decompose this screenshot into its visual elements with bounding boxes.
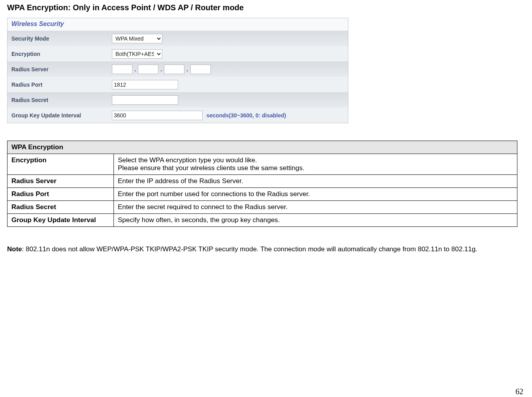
note-paragraph: Note: 802.11n does not allow WEP/WPA-PSK… (7, 245, 523, 254)
table-header-row: WPA Encryption (7, 141, 517, 154)
wpa-encryption-table: WPA Encryption Encryption Select the WPA… (7, 141, 517, 227)
dot-icon: . (160, 66, 162, 72)
encryption-select[interactable]: Both(TKIP+AES) (112, 49, 162, 59)
desc-label: Radius Server (7, 175, 114, 188)
group-key-input[interactable] (112, 111, 203, 120)
desc-label: Encryption (7, 154, 114, 175)
desc-text: Select the WPA encryption type you would… (114, 154, 517, 175)
group-key-hint: seconds(30~3600, 0: disabled) (206, 112, 286, 119)
radius-port-input[interactable] (112, 80, 178, 89)
page-title: WPA Encryption: Only in Access Point / W… (7, 3, 525, 12)
desc-label: Radius Port (7, 188, 114, 201)
table-row: Radius Port Enter the port number used f… (7, 188, 517, 201)
label-radius-port: Radius Port (7, 82, 112, 88)
row-radius-port: Radius Port (7, 77, 348, 92)
desc-text: Enter the port number used for connectio… (114, 188, 517, 201)
label-security-mode: Security Mode (7, 35, 112, 42)
row-encryption: Encryption Both(TKIP+AES) (7, 46, 348, 61)
dot-icon: . (134, 66, 136, 72)
desc-label: Group Key Update Interval (7, 214, 114, 227)
dot-icon: . (186, 66, 188, 72)
table-row: Encryption Select the WPA encryption typ… (7, 154, 517, 175)
security-mode-select[interactable]: WPA Mixed (112, 34, 162, 43)
table-row: Radius Server Enter the IP address of th… (7, 175, 517, 188)
desc-text: Enter the IP address of the Radius Serve… (114, 175, 517, 188)
label-radius-server: Radius Server (7, 66, 112, 72)
note-text: : 802.11n does not allow WEP/WPA-PSK TKI… (22, 245, 478, 253)
table-header: WPA Encryption (7, 141, 517, 154)
radius-secret-input[interactable] (112, 95, 178, 105)
label-encryption: Encryption (7, 51, 112, 57)
desc-text: Enter the secret required to connect to … (114, 201, 517, 214)
row-security-mode: Security Mode WPA Mixed (7, 31, 348, 46)
table-row: Radius Secret Enter the secret required … (7, 201, 517, 214)
row-group-key: Group Key Update Interval seconds(30~360… (7, 108, 348, 123)
radius-ip-oct3[interactable] (164, 65, 184, 74)
radius-ip-oct4[interactable] (190, 65, 211, 74)
wireless-security-form: Wireless Security Security Mode WPA Mixe… (7, 18, 348, 123)
desc-label: Radius Secret (7, 201, 114, 214)
radius-ip-oct1[interactable] (112, 65, 132, 74)
label-radius-secret: Radius Secret (7, 97, 112, 103)
desc-text: Specify how often, in seconds, the group… (114, 214, 517, 227)
radius-ip-oct2[interactable] (138, 65, 158, 74)
label-group-key: Group Key Update Interval (7, 112, 112, 119)
table-row: Group Key Update Interval Specify how of… (7, 214, 517, 227)
row-radius-secret: Radius Secret (7, 92, 348, 108)
row-radius-server: Radius Server . . . (7, 61, 348, 77)
form-header: Wireless Security (7, 18, 348, 31)
note-label: Note (7, 245, 22, 253)
